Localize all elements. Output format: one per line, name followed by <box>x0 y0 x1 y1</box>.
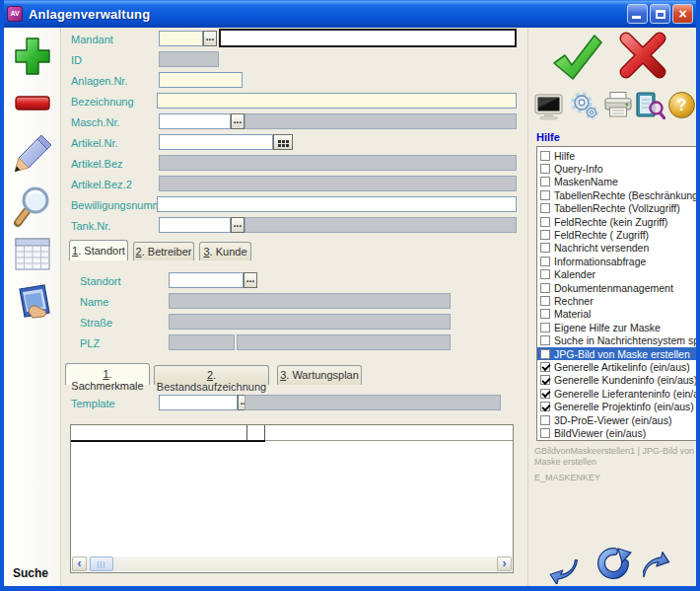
tab-standort[interactable]: 1. Standort <box>69 240 128 260</box>
help-list-item[interactable]: Rechner <box>537 294 697 307</box>
nav-forward-arrow-icon[interactable] <box>643 551 672 580</box>
help-list-item[interactable]: TabellenRechte (Beschränkung) <box>537 188 697 201</box>
search-icon[interactable] <box>12 184 53 229</box>
grid-column-divider[interactable] <box>246 425 247 441</box>
help-list-item[interactable]: TabellenRechte (Vollzugriff) <box>537 202 697 215</box>
tank-nr-input[interactable] <box>159 217 231 233</box>
tab-kunde[interactable]: 3. Kunde <box>199 242 251 260</box>
checkbox-icon[interactable] <box>540 375 550 385</box>
scroll-right-button[interactable]: › <box>497 556 512 571</box>
checkbox-icon[interactable] <box>540 362 550 372</box>
checkbox-icon[interactable] <box>540 402 550 411</box>
checkbox-icon[interactable] <box>540 151 550 161</box>
checkbox-icon[interactable] <box>540 177 550 186</box>
help-list-item[interactable]: Hilfe <box>537 149 697 162</box>
help-list-item[interactable]: Generelle Kundeninfo (ein/aus) <box>537 374 697 387</box>
refresh-arrow-icon[interactable] <box>596 547 632 584</box>
mandant-code-input[interactable] <box>159 31 203 46</box>
plz-code-field <box>169 334 235 350</box>
standort-lookup-button[interactable]: ... <box>244 272 257 288</box>
print-icon[interactable] <box>603 91 633 119</box>
checkbox-icon[interactable] <box>540 217 550 227</box>
help-list-item[interactable]: JPG-Bild von Maske erstellen <box>537 347 697 360</box>
tank-nr-label: Tank.Nr. <box>71 220 110 232</box>
document-search-icon[interactable] <box>635 90 665 120</box>
standort-input[interactable] <box>169 272 244 288</box>
help-list-item[interactable]: 3D-ProE-Viewer (ein/aus) <box>537 413 697 426</box>
checkbox-icon[interactable] <box>540 349 550 359</box>
add-record-icon[interactable] <box>14 37 51 76</box>
checkbox-icon[interactable] <box>540 323 550 332</box>
bewilligungsnummer-input[interactable] <box>157 196 517 212</box>
help-options-list[interactable]: HilfeQuery-InfoMaskenNameTabellenRechte … <box>536 146 698 441</box>
help-list-item-label: Informationsabfrage <box>554 256 646 267</box>
checkbox-icon[interactable] <box>540 296 550 306</box>
help-icon[interactable]: ? <box>668 92 695 118</box>
checkbox-icon[interactable] <box>540 164 550 174</box>
help-list-item[interactable]: Eigene Hilfe zur Maske <box>537 321 697 333</box>
tab-wartungsplan[interactable]: 3. Wartungsplan <box>277 365 362 385</box>
cancel-x-icon[interactable] <box>615 28 670 83</box>
help-list-item[interactable]: FeldRechte ( Zugriff) <box>537 228 697 241</box>
checkbox-icon[interactable] <box>540 335 550 345</box>
help-list-item[interactable]: Generelle Lieferanteninfo (ein/aus) <box>537 387 697 400</box>
help-list-item[interactable]: Generelle Artikelinfo (ein/aus) <box>537 360 697 373</box>
help-list-item[interactable]: Kalender <box>537 268 697 281</box>
checkbox-icon[interactable] <box>540 283 550 293</box>
ok-check-icon[interactable] <box>549 30 604 87</box>
delete-record-icon[interactable] <box>14 93 51 114</box>
masch-nr-lookup-button[interactable]: ... <box>231 113 245 129</box>
help-list-item[interactable]: Nachricht versenden <box>537 242 697 255</box>
checkbox-icon[interactable] <box>540 428 550 438</box>
sachmerkmale-grid[interactable]: ‹ › <box>70 424 514 573</box>
help-list-item[interactable]: Generelle Projektinfo (ein/aus) <box>537 400 697 412</box>
close-button[interactable]: × <box>672 4 693 24</box>
minimize-button[interactable] <box>627 4 648 24</box>
artikel-bez2-label: Artikel.Bez.2 <box>71 179 132 190</box>
checkbox-icon[interactable] <box>540 230 550 240</box>
tab-bestandsaufzeichnung[interactable]: 2. Bestandsaufzeichnung <box>154 365 269 385</box>
help-list-item[interactable]: MaskenName <box>537 176 697 188</box>
maximize-button[interactable] <box>650 4 670 24</box>
help-list-item[interactable]: Dokumentenmanagement <box>537 281 697 294</box>
tank-nr-lookup-button[interactable]: ... <box>231 217 245 233</box>
scroll-thumb[interactable] <box>90 556 113 571</box>
help-list-item-label: JPG-Bild von Maske erstellen <box>554 348 690 360</box>
artikel-nr-label: Artikel.Nr. <box>71 137 118 149</box>
template-input[interactable] <box>159 395 238 410</box>
bezeichnung-input[interactable] <box>157 93 517 109</box>
help-list-item[interactable]: Suche in Nachrichtensystem speichern <box>537 333 697 346</box>
checkbox-icon[interactable] <box>540 203 550 213</box>
titlebar[interactable]: AV Anlagenverwaltung × <box>0 0 700 28</box>
checkbox-icon[interactable] <box>540 243 550 253</box>
artikel-nr-input[interactable] <box>159 134 273 150</box>
table-view-icon[interactable] <box>14 237 51 272</box>
tab-betreiber[interactable]: 2. Betreiber <box>133 242 194 260</box>
scroll-left-button[interactable]: ‹ <box>72 556 87 571</box>
grid-column-divider[interactable] <box>264 425 265 441</box>
help-list-item[interactable]: FeldRechte (kein Zugriff) <box>537 215 697 228</box>
masch-nr-input[interactable] <box>159 113 231 129</box>
mandant-name-input[interactable] <box>219 29 517 47</box>
tab-sachmerkmale[interactable]: 1. Sachmerkmale <box>65 363 150 385</box>
help-list-item[interactable]: BildViewer (ein/aus) <box>537 426 697 439</box>
nav-back-arrow-icon[interactable] <box>548 554 578 584</box>
mandant-lookup-button[interactable]: ... <box>203 31 217 46</box>
grid-hscrollbar[interactable]: ‹ › <box>72 556 512 571</box>
checkbox-icon[interactable] <box>540 257 550 266</box>
browse-book-icon[interactable] <box>12 282 53 326</box>
checkbox-icon[interactable] <box>540 269 550 279</box>
checkbox-icon[interactable] <box>540 415 550 425</box>
artikel-nr-grid-button[interactable] <box>273 134 293 150</box>
edit-pencil-icon[interactable] <box>13 134 52 176</box>
checkbox-icon[interactable] <box>540 309 550 319</box>
checkbox-icon[interactable] <box>540 389 550 399</box>
help-list-item[interactable]: Query-Info <box>537 162 697 175</box>
settings-gears-icon[interactable] <box>569 91 599 120</box>
screen-icon[interactable] <box>534 94 564 120</box>
help-list-item[interactable]: Informationsabfrage <box>537 255 697 267</box>
checkbox-icon[interactable] <box>540 190 550 200</box>
plz-label: PLZ <box>80 337 100 349</box>
help-list-item[interactable]: Material <box>537 308 697 321</box>
anlagen-nr-input[interactable] <box>159 72 243 88</box>
